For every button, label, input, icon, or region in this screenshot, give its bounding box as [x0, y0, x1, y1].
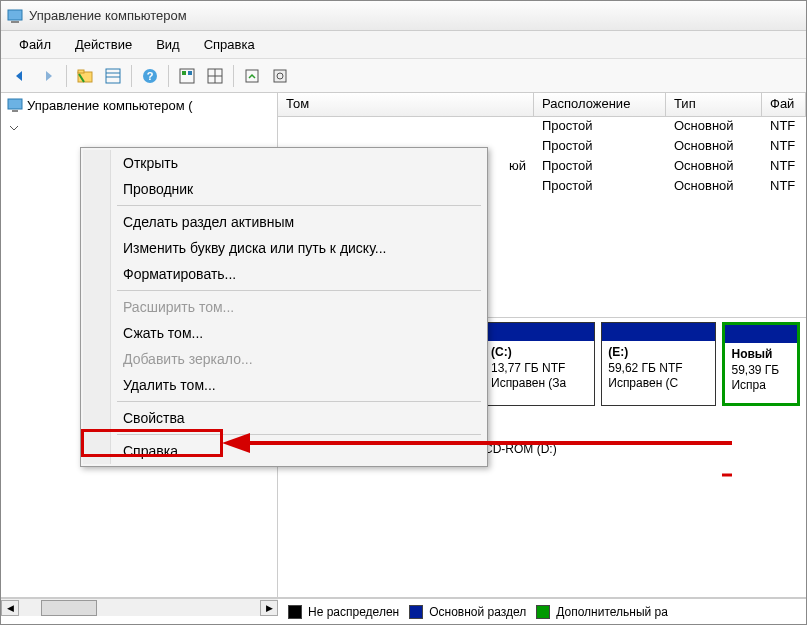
partition-header	[602, 323, 715, 341]
menu-file[interactable]: Файл	[9, 34, 61, 55]
partition-name: Новый	[731, 347, 791, 363]
partition-new[interactable]: Новый 59,39 ГБ Испра	[722, 322, 800, 406]
menu-help[interactable]: Справка	[83, 438, 485, 464]
svg-rect-11	[188, 71, 192, 75]
partition-status: Исправен (За	[491, 376, 588, 392]
tree-root-node[interactable]: Управление компьютером (	[1, 93, 277, 117]
menu-delete-volume[interactable]: Удалить том...	[83, 372, 485, 398]
menu-explorer[interactable]: Проводник	[83, 176, 485, 202]
partition-status: Исправен (С	[608, 376, 709, 392]
menu-action[interactable]: Действие	[65, 34, 142, 55]
legend-swatch-green	[536, 605, 550, 619]
separator	[131, 65, 132, 87]
refresh-button[interactable]	[239, 63, 265, 89]
partition-name: (C:)	[491, 345, 588, 361]
partition-header	[485, 323, 594, 341]
separator	[233, 65, 234, 87]
partition-status: Испра	[731, 378, 791, 394]
titlebar[interactable]: Управление компьютером	[1, 1, 806, 31]
scroll-right-button[interactable]: ▶	[260, 600, 278, 616]
menu-change-letter[interactable]: Изменить букву диска или путь к диску...	[83, 235, 485, 261]
detail-view-button[interactable]	[174, 63, 200, 89]
cdrom-label: CD-ROM (D:)	[484, 442, 557, 456]
col-type[interactable]: Тип	[666, 93, 762, 116]
menu-open[interactable]: Открыть	[83, 150, 485, 176]
partition-header	[725, 325, 797, 343]
tree-horizontal-scrollbar[interactable]: ◀ ▶	[1, 598, 278, 616]
legend-swatch-black	[288, 605, 302, 619]
svg-rect-18	[8, 99, 22, 109]
tile-view-button[interactable]	[202, 63, 228, 89]
svg-rect-0	[8, 10, 22, 20]
svg-rect-16	[274, 70, 286, 82]
col-volume[interactable]: Том	[278, 93, 534, 116]
legend-extended: Дополнительный ра	[536, 605, 668, 619]
properties-button[interactable]	[267, 63, 293, 89]
scroll-track[interactable]	[19, 600, 260, 616]
window-title: Управление компьютером	[29, 8, 187, 23]
scroll-left-button[interactable]: ◀	[1, 600, 19, 616]
svg-rect-4	[106, 69, 120, 83]
context-menu: Открыть Проводник Сделать раздел активны…	[80, 147, 488, 467]
volume-list-header: Том Расположение Тип Фай	[278, 93, 806, 117]
menu-help[interactable]: Справка	[194, 34, 265, 55]
menu-separator	[117, 205, 481, 206]
menu-separator	[117, 434, 481, 435]
menu-mirror: Добавить зеркало...	[83, 346, 485, 372]
svg-rect-3	[78, 70, 84, 73]
separator	[168, 65, 169, 87]
tree-root-label: Управление компьютером (	[27, 98, 193, 113]
list-view-button[interactable]	[100, 63, 126, 89]
legend-swatch-blue	[409, 605, 423, 619]
svg-rect-1	[11, 21, 19, 23]
menu-shrink[interactable]: Сжать том...	[83, 320, 485, 346]
col-layout[interactable]: Расположение	[534, 93, 666, 116]
menu-separator	[117, 401, 481, 402]
scroll-thumb[interactable]	[41, 600, 97, 616]
col-filesystem[interactable]: Фай	[762, 93, 806, 116]
help-button[interactable]: ?	[137, 63, 163, 89]
back-button[interactable]	[7, 63, 33, 89]
forward-button[interactable]	[35, 63, 61, 89]
menu-separator	[117, 290, 481, 291]
partition-size: 13,77 ГБ NTF	[491, 361, 588, 377]
menu-format[interactable]: Форматировать...	[83, 261, 485, 287]
svg-rect-10	[182, 71, 186, 75]
folder-button[interactable]	[72, 63, 98, 89]
menu-make-active[interactable]: Сделать раздел активным	[83, 209, 485, 235]
partition-name: (E:)	[608, 345, 709, 361]
tree-expander[interactable]	[9, 121, 19, 131]
legend-primary: Основной раздел	[409, 605, 526, 619]
svg-rect-19	[12, 110, 18, 112]
partition-size: 59,62 ГБ NTF	[608, 361, 709, 377]
svg-text:?: ?	[147, 70, 154, 82]
menu-view[interactable]: Вид	[146, 34, 190, 55]
menubar: Файл Действие Вид Справка	[1, 31, 806, 59]
menu-properties[interactable]: Свойства	[83, 405, 485, 431]
app-icon	[7, 8, 23, 24]
partition-c[interactable]: (C:) 13,77 ГБ NTF Исправен (За	[484, 322, 595, 406]
toolbar: ?	[1, 59, 806, 93]
menu-extend: Расширить том...	[83, 294, 485, 320]
partition-e[interactable]: (E:) 59,62 ГБ NTF Исправен (С	[601, 322, 716, 406]
list-item[interactable]: Простой Основной NTF	[278, 117, 806, 137]
separator	[66, 65, 67, 87]
partition-size: 59,39 ГБ	[731, 363, 791, 379]
legend-unallocated: Не распределен	[288, 605, 399, 619]
legend: Не распределен Основной раздел Дополните…	[278, 598, 806, 624]
computer-icon	[7, 97, 23, 113]
